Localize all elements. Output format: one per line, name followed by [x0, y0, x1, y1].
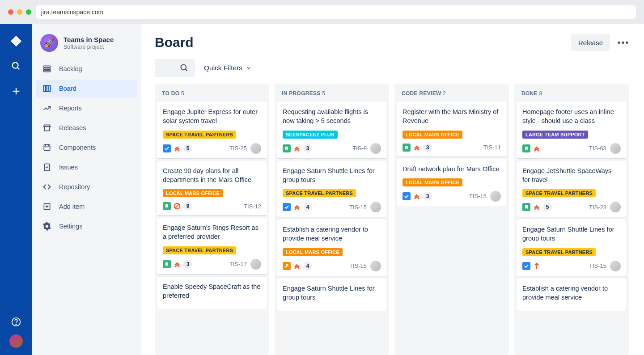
- profile-avatar[interactable]: [9, 334, 23, 348]
- card-title: Register with the Mars Ministry of Reven…: [402, 107, 501, 126]
- issues-icon: [42, 162, 52, 172]
- issue-id: TIS-8: [352, 145, 367, 152]
- column-code-review: CODE REVIEW 2Register with the Mars Mini…: [394, 84, 509, 355]
- sidebar-item-releases[interactable]: Releases: [36, 119, 137, 137]
- epic-badge: LOCAL MARS OFFICE: [283, 248, 343, 256]
- svg-line-23: [175, 204, 179, 208]
- sidebar-item-components[interactable]: Components: [36, 139, 137, 156]
- priority-icon: [293, 145, 301, 152]
- assignee-avatar[interactable]: [610, 261, 621, 271]
- svg-line-1: [17, 68, 20, 70]
- settings-icon: [42, 221, 52, 231]
- assignee-avatar[interactable]: [490, 191, 501, 202]
- issue-card[interactable]: Engage Saturn Shuttle Lines for group to…: [277, 161, 386, 217]
- assignee-avatar[interactable]: [370, 143, 381, 154]
- column-count: 5: [181, 90, 184, 97]
- issue-id: TIS-17: [229, 261, 247, 267]
- assignee-avatar[interactable]: [250, 143, 261, 154]
- assignee-avatar[interactable]: [250, 259, 261, 270]
- issue-card[interactable]: Homepage footer uses an inline style - s…: [517, 102, 626, 158]
- sidebar-item-label: Components: [59, 144, 96, 151]
- story-type-icon: [522, 144, 530, 152]
- task-type-icon: [402, 192, 411, 200]
- epic-badge: SPACE TRAVEL PARTNERS: [522, 248, 596, 256]
- card-title: Engage Saturn Shuttle Lines for group to…: [522, 225, 621, 243]
- story-points: 4: [303, 203, 312, 211]
- svg-rect-6: [44, 66, 51, 67]
- assignee-avatar[interactable]: [370, 261, 381, 271]
- issue-card[interactable]: Create 90 day plans for all departments …: [157, 161, 267, 216]
- sidebar-item-issues[interactable]: Issues: [36, 158, 137, 176]
- assignee-avatar[interactable]: [370, 202, 381, 212]
- create-icon[interactable]: [10, 85, 22, 97]
- project-logo-icon: 🚀: [40, 34, 58, 52]
- issue-card[interactable]: Engage Jupiter Express for outer solar s…: [157, 102, 267, 158]
- story-points: 5: [183, 144, 192, 153]
- sidebar-item-reports[interactable]: Reports: [36, 99, 137, 117]
- story-type-icon: [283, 144, 291, 152]
- card-title: Engage Saturn's Rings Resort as a prefer…: [163, 223, 261, 241]
- issue-card[interactable]: Requesting available flights is now taki…: [277, 102, 386, 158]
- column-in-progress: IN PROGRESS 5Requesting available flight…: [275, 84, 389, 355]
- quick-filters-label: Quick Filters: [204, 64, 242, 72]
- sidebar-item-repository[interactable]: Repository: [36, 178, 137, 196]
- column-to-do: TO DO 5Engage Jupiter Express for outer …: [155, 84, 269, 355]
- story-points: 3: [423, 143, 432, 152]
- sidebar-item-backlog[interactable]: Backlog: [36, 60, 137, 78]
- issue-card[interactable]: Register with the Mars Ministry of Reven…: [397, 102, 506, 156]
- column-header: CODE REVIEW 2: [397, 89, 506, 102]
- issue-id: TIS-11: [483, 144, 501, 151]
- subtask-type-icon: [283, 262, 291, 270]
- task-type-icon: [283, 203, 291, 211]
- release-button[interactable]: Release: [571, 34, 610, 51]
- svg-rect-12: [44, 144, 50, 150]
- column-header: DONE 8: [517, 89, 626, 102]
- card-title: Requesting available flights is now taki…: [283, 107, 381, 126]
- browser-chrome: jira.teamsinspace.com: [0, 0, 644, 24]
- issue-card[interactable]: Establish a catering vendor to provide m…: [517, 279, 626, 311]
- story-type-icon: [163, 260, 171, 268]
- card-title: Draft network plan for Mars Office: [402, 165, 501, 173]
- sidebar-item-board[interactable]: Board: [36, 80, 137, 97]
- main-content: Board Release ••• Quick Filters TO DO 5E…: [141, 24, 644, 355]
- url-bar[interactable]: jira.teamsinspace.com: [36, 5, 636, 19]
- issue-card[interactable]: Enable Speedy SpaceCraft as the preferre…: [157, 277, 267, 309]
- repository-icon: [42, 182, 52, 192]
- close-window-icon[interactable]: [8, 9, 13, 15]
- column-header: IN PROGRESS 5: [277, 89, 386, 102]
- board-search-button[interactable]: [155, 59, 195, 77]
- priority-icon: [174, 145, 181, 152]
- sidebar-item-settings[interactable]: Settings: [36, 217, 137, 235]
- help-icon[interactable]: [10, 316, 22, 328]
- issue-card[interactable]: Establish a catering vendor to provide m…: [277, 220, 386, 276]
- jira-logo-icon[interactable]: [10, 35, 22, 47]
- page-title: Board: [155, 35, 194, 50]
- issue-card[interactable]: Engage Saturn's Rings Resort as a prefer…: [157, 218, 267, 274]
- more-menu-icon[interactable]: •••: [616, 35, 631, 50]
- story-points: 4: [303, 262, 312, 270]
- priority-icon: [533, 262, 540, 270]
- epic-badge: LOCAL MARS OFFICE: [163, 189, 223, 197]
- story-type-icon: [402, 144, 411, 152]
- card-title: Homepage footer uses an inline style - s…: [522, 107, 621, 126]
- sidebar-item-add-item[interactable]: Add item: [36, 198, 137, 216]
- priority-icon: [293, 262, 301, 270]
- url-text: jira.teamsinspace.com: [41, 8, 103, 16]
- maximize-window-icon[interactable]: [26, 9, 31, 15]
- issue-card[interactable]: Engage Saturn Shuttle Lines for group to…: [517, 220, 626, 276]
- epic-badge: LOCAL MARS OFFICE: [402, 131, 462, 139]
- column-count: 5: [322, 90, 325, 97]
- assignee-avatar[interactable]: [610, 202, 621, 212]
- issue-card[interactable]: Engage JetShuttle SpaceWays for travelSP…: [517, 161, 626, 217]
- search-icon[interactable]: [10, 60, 22, 72]
- issue-card[interactable]: Draft network plan for Mars OfficeLOCAL …: [397, 159, 506, 206]
- minimize-window-icon[interactable]: [17, 9, 22, 15]
- issue-id: TIS-15: [349, 204, 367, 211]
- assignee-avatar[interactable]: [610, 143, 621, 154]
- project-header[interactable]: 🚀 Teams in Space Software project: [36, 34, 137, 60]
- quick-filters-dropdown[interactable]: Quick Filters: [204, 64, 251, 72]
- epic-badge: LARGE TEAM SUPPORT: [522, 131, 588, 139]
- column-name: CODE REVIEW: [402, 90, 441, 97]
- sidebar-item-label: Issues: [59, 164, 78, 171]
- issue-card[interactable]: Engage Saturn Shuttle Lines for group to…: [277, 279, 386, 311]
